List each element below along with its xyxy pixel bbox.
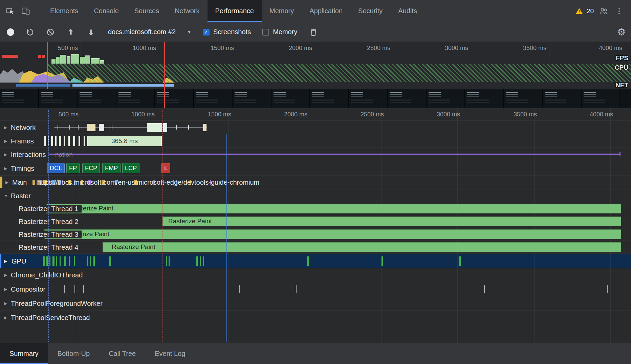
screenshot-thumb[interactable] bbox=[271, 89, 310, 108]
gpu-activity-tick bbox=[166, 256, 167, 266]
partial-frame-strip bbox=[55, 136, 57, 146]
track-chrome-childiothread[interactable]: ▶ Chrome_ChildIOThread bbox=[0, 268, 631, 282]
raster-canvas-3: Rasterize Paint bbox=[0, 241, 631, 253]
inspect-element-icon[interactable] bbox=[3, 4, 17, 18]
history-dropdown-label[interactable]: docs.microsoft.com #2 bbox=[108, 28, 176, 36]
chevron-right-icon[interactable]: ▶ bbox=[4, 139, 7, 143]
frame-duration-bar[interactable]: 365.8 ms bbox=[87, 136, 162, 146]
screenshot-thumb[interactable] bbox=[504, 89, 543, 108]
chevron-down-icon[interactable]: ▼ bbox=[4, 194, 8, 198]
screenshot-thumb[interactable] bbox=[582, 89, 621, 108]
tab-event-log[interactable]: Event Log bbox=[145, 343, 195, 364]
track-timings[interactable]: DCLFPFCPFMPLCPL ▶ Timings bbox=[0, 161, 631, 176]
timing-badge-dcl[interactable]: DCL bbox=[47, 163, 65, 173]
chevron-right-icon[interactable]: ▶ bbox=[4, 166, 7, 171]
settings-gear-icon[interactable]: ⚙ bbox=[617, 26, 626, 38]
fps-red-bar bbox=[38, 55, 41, 58]
rasterize-paint-bar[interactable]: Rasterize Paint bbox=[46, 204, 621, 213]
tp-service-track-label: ThreadPoolServiceThread bbox=[11, 314, 90, 322]
track-compositor[interactable]: ▶ Compositor bbox=[0, 282, 631, 296]
tab-elements[interactable]: Elements bbox=[42, 0, 86, 22]
track-rasterizer-thread-3[interactable]: Rasterize Paint Rasterizer Thread 3 bbox=[0, 228, 631, 241]
fps-green-bar bbox=[51, 59, 56, 64]
gpu-activity-tick bbox=[49, 256, 50, 266]
track-threadpoolforegroundworker[interactable]: ▶ ThreadPoolForegroundWorker bbox=[0, 296, 631, 311]
device-toolbar-icon[interactable] bbox=[19, 4, 32, 18]
screenshot-thumb[interactable] bbox=[39, 89, 78, 108]
chevron-right-icon[interactable]: ▶ bbox=[4, 152, 7, 157]
users-icon[interactable] bbox=[597, 4, 610, 18]
compositor-activity-tick bbox=[296, 285, 297, 293]
screenshot-thumb[interactable] bbox=[0, 89, 39, 108]
screenshot-thumb[interactable] bbox=[465, 89, 504, 108]
track-network[interactable]: ▶ Network bbox=[0, 121, 631, 134]
track-interactions[interactable]: nation ▶ Interactions bbox=[0, 148, 631, 161]
track-rasterizer-thread-1[interactable]: Rasterize Paint Rasterizer Thread 1 bbox=[0, 202, 631, 215]
partial-frame-strip bbox=[84, 136, 85, 146]
screenshot-thumb[interactable] bbox=[349, 89, 388, 108]
save-profile-icon[interactable] bbox=[86, 27, 96, 37]
clear-recording-icon[interactable] bbox=[46, 27, 55, 37]
trash-icon[interactable] bbox=[309, 27, 318, 37]
tab-security[interactable]: Security bbox=[350, 0, 390, 22]
tab-application[interactable]: Application bbox=[302, 0, 350, 22]
memory-checkbox-label[interactable]: Memory bbox=[273, 28, 297, 36]
timing-badge-fcp[interactable]: FCP bbox=[82, 163, 100, 173]
tab-console[interactable]: Console bbox=[86, 0, 126, 22]
track-main-thread[interactable]: ▶ Main — https://docs.microsoft.com/en-u… bbox=[0, 176, 631, 189]
screenshots-checkbox-label[interactable]: Screenshots bbox=[213, 28, 251, 36]
track-threadpoolservicethread[interactable]: ▶ ThreadPoolServiceThread bbox=[0, 311, 631, 325]
tabbar-left-icons bbox=[0, 0, 34, 22]
timing-badge-lcp[interactable]: LCP bbox=[122, 163, 139, 173]
screenshot-thumb[interactable] bbox=[194, 89, 233, 108]
interaction-name-clipped: nation bbox=[55, 151, 73, 158]
screenshot-thumb[interactable] bbox=[155, 89, 194, 108]
screenshot-thumb[interactable] bbox=[78, 89, 116, 108]
rasterize-paint-bar[interactable]: Rasterize Paint bbox=[162, 217, 621, 226]
rasterizer-thread-label: Rasterizer Thread 1 bbox=[19, 205, 82, 212]
screenshot-thumb[interactable] bbox=[310, 89, 349, 108]
track-raster[interactable]: ▼ Raster bbox=[0, 189, 631, 202]
chevron-right-icon[interactable]: ▶ bbox=[4, 315, 7, 320]
record-button[interactable] bbox=[7, 28, 14, 36]
chevron-right-icon[interactable]: ▶ bbox=[4, 273, 7, 277]
tab-performance[interactable]: Performance bbox=[208, 0, 262, 22]
chevron-right-icon[interactable]: ▶ bbox=[4, 301, 7, 306]
memory-checkbox[interactable] bbox=[262, 29, 269, 36]
bottom-tabbar: Summary Bottom-Up Call Tree Event Log bbox=[0, 343, 631, 364]
load-profile-icon[interactable] bbox=[66, 27, 75, 37]
track-rasterizer-thread-2[interactable]: Rasterize Paint Rasterizer Thread 2 bbox=[0, 215, 631, 228]
tab-network[interactable]: Network bbox=[167, 0, 207, 22]
screenshot-thumb[interactable] bbox=[116, 89, 155, 108]
timing-badge-l[interactable]: L bbox=[161, 163, 170, 173]
tab-sources[interactable]: Sources bbox=[127, 0, 167, 22]
chevron-right-icon[interactable]: ▶ bbox=[5, 180, 8, 185]
tab-summary[interactable]: Summary bbox=[0, 343, 48, 364]
rasterize-paint-bar[interactable]: Rasterize Paint bbox=[103, 242, 621, 252]
chevron-right-icon[interactable]: ▶ bbox=[4, 259, 7, 264]
timing-badge-fmp[interactable]: FMP bbox=[102, 163, 121, 173]
tab-memory[interactable]: Memory bbox=[262, 0, 302, 22]
track-rasterizer-thread-4[interactable]: Rasterize Paint Rasterizer Thread 4 bbox=[0, 241, 631, 254]
overview-section[interactable]: 500 ms1000 ms1500 ms2000 ms2500 ms3000 m… bbox=[0, 42, 631, 89]
screenshot-thumb[interactable] bbox=[388, 89, 427, 108]
screenshots-checkbox[interactable]: ✓ bbox=[203, 29, 210, 36]
screenshot-thumb[interactable] bbox=[427, 89, 465, 108]
warning-icon[interactable] bbox=[574, 4, 584, 18]
screenshot-thumb[interactable] bbox=[233, 89, 271, 108]
reload-and-record-icon[interactable] bbox=[25, 27, 35, 37]
chevron-down-icon[interactable]: ▼ bbox=[187, 30, 191, 35]
timing-badge-fp[interactable]: FP bbox=[66, 163, 80, 173]
tab-call-tree[interactable]: Call Tree bbox=[99, 343, 145, 364]
tab-bottom-up[interactable]: Bottom-Up bbox=[48, 343, 100, 364]
chevron-right-icon[interactable]: ▶ bbox=[4, 287, 7, 292]
more-options-icon[interactable] bbox=[612, 4, 626, 18]
track-gpu[interactable]: ▶ GPU bbox=[0, 254, 631, 268]
screenshot-thumb[interactable] bbox=[543, 89, 582, 108]
track-frames[interactable]: 365.8 ms ▶ Frames bbox=[0, 134, 631, 148]
chevron-right-icon[interactable]: ▶ bbox=[4, 125, 7, 130]
network-request-tick bbox=[188, 125, 189, 130]
rasterize-paint-bar[interactable]: Rasterize Paint bbox=[44, 229, 621, 239]
tab-audits[interactable]: Audits bbox=[390, 0, 425, 22]
gpu-canvas bbox=[0, 254, 631, 268]
